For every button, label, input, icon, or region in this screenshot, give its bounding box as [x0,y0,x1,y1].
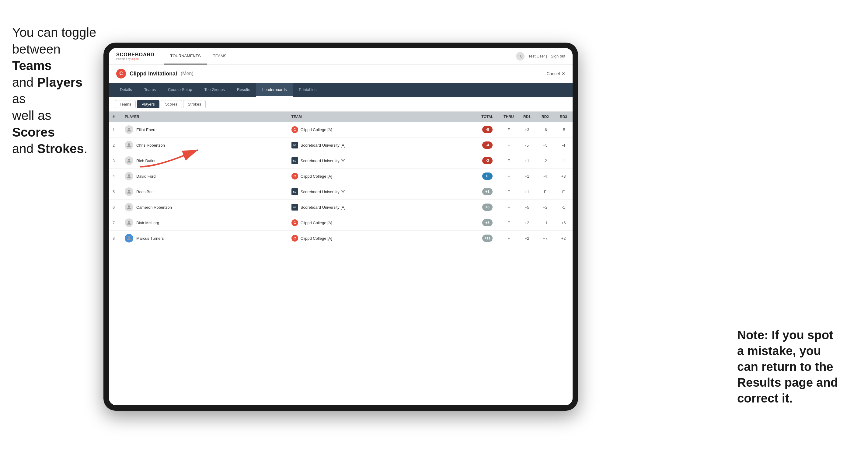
cell-rd1: +5 [518,199,536,215]
player-name: David Ford [136,174,156,179]
cell-rd3: -1 [554,153,572,168]
cell-rank: 6 [109,199,121,215]
cell-team: SBScoreboard University [A] [288,199,475,215]
cell-rd1: +1 [518,168,536,184]
nav-right: TU Test User | Sign out [516,52,565,61]
team-name: Clippd College [A] [301,236,332,241]
tournament-gender: (Men) [181,71,193,76]
sign-out-link[interactable]: Sign out [551,54,565,58]
cell-rank: 7 [109,215,121,230]
logo-sub: Powered by clippd [116,58,155,61]
cell-team: CClippd College [A] [288,122,475,137]
cell-rd1: +1 [518,184,536,199]
cell-team: CClippd College [A] [288,230,475,246]
sub-tab-players[interactable]: Players [137,100,159,108]
left-annotation: You can toggle between Teams and Players… [12,24,97,157]
top-nav: SCOREBOARD Powered by clippd TOURNAMENTS… [109,48,572,64]
svg-point-3 [128,159,130,161]
cell-rd2: +7 [536,230,554,246]
sub-tab-scores[interactable]: Scores [161,100,182,108]
cell-player: Cameron Robertson [121,199,288,215]
user-avatar: TU [516,52,525,61]
cell-thru: F [500,168,518,184]
svg-point-5 [128,190,130,192]
player-name: Marcus Turners [136,236,164,241]
team-name: Clippd College [A] [301,221,332,225]
annotation-arrow [137,143,204,170]
cell-rd3: E [554,184,572,199]
table-row: 7Blair McHargCClippd College [A]+8F+2+1+… [109,215,572,230]
svg-point-4 [128,174,130,176]
tab-teams[interactable]: Teams [138,83,162,97]
cell-rd3: +6 [554,215,572,230]
cell-rank: 3 [109,153,121,168]
cell-total: -8 [475,122,500,137]
team-name: Scoreboard University [A] [301,143,345,148]
cell-player: Rees Britt [121,184,288,199]
tab-details[interactable]: Details [114,83,138,97]
cell-rank: 2 [109,137,121,153]
cell-rd2: -4 [536,168,554,184]
cell-rd3: -1 [554,199,572,215]
cell-team: CClippd College [A] [288,168,475,184]
col-team: TEAM [288,112,475,122]
cell-rd1: +1 [518,153,536,168]
player-name: Elliot Ebert [136,127,155,132]
cancel-button[interactable]: Cancel ✕ [547,71,565,76]
col-rank: # [109,112,121,122]
sub-tab-teams[interactable]: Teams [115,100,136,108]
col-rd2: RD2 [536,112,554,122]
tablet-frame: SCOREBOARD Powered by clippd TOURNAMENTS… [103,42,578,411]
table-header-row: # PLAYER TEAM TOTAL THRU RD1 RD2 RD3 [109,112,572,122]
table-row: 1Elliot EbertCClippd College [A]-8F+3-6-… [109,122,572,137]
tab-printables[interactable]: Printables [293,83,322,97]
cell-rank: 4 [109,168,121,184]
player-name: Blair McHarg [136,221,159,225]
tab-course-setup[interactable]: Course Setup [162,83,198,97]
logo-text: SCOREBOARD [116,52,155,58]
tab-bar: Details Teams Course Setup Tee Groups Re… [109,83,572,97]
col-thru: THRU [500,112,518,122]
sub-tab-strokes[interactable]: Strokes [183,100,206,108]
cell-rd1: -5 [518,137,536,153]
tab-results[interactable]: Results [231,83,256,97]
svg-point-7 [128,221,130,223]
cell-rd1: +3 [518,122,536,137]
cell-total: +6 [475,199,500,215]
cell-rd2: +1 [536,215,554,230]
table-row: 6Cameron RobertsonSBScoreboard Universit… [109,199,572,215]
cell-thru: F [500,230,518,246]
col-rd3: RD3 [554,112,572,122]
cell-thru: F [500,137,518,153]
team-name: Scoreboard University [A] [301,205,345,210]
cell-rank: 5 [109,184,121,199]
cell-rd2: E [536,184,554,199]
svg-point-6 [128,205,130,207]
cell-total: +11 [475,230,500,246]
cell-thru: F [500,153,518,168]
svg-point-8 [128,237,130,238]
tab-tee-groups[interactable]: Tee Groups [198,83,231,97]
table-row: 8Marcus TurnersCClippd College [A]+11F+2… [109,230,572,246]
cell-rd1: +2 [518,215,536,230]
cell-rank: 1 [109,122,121,137]
cell-player: Marcus Turners [121,230,288,246]
cell-total: -4 [475,137,500,153]
cell-rank: 8 [109,230,121,246]
leaderboard-tbody: 1Elliot EbertCClippd College [A]-8F+3-6-… [109,122,572,246]
cell-team: SBScoreboard University [A] [288,137,475,153]
tab-leaderboards[interactable]: Leaderboards [256,83,293,97]
cell-rd2: +5 [536,137,554,153]
col-rd1: RD1 [518,112,536,122]
cell-thru: F [500,199,518,215]
nav-teams[interactable]: TEAMS [207,48,233,64]
cell-team: SBScoreboard University [A] [288,153,475,168]
cell-player: Blair McHarg [121,215,288,230]
team-name: Clippd College [A] [301,127,332,132]
nav-tournaments[interactable]: TOURNAMENTS [164,48,207,64]
svg-point-2 [128,143,130,145]
leaderboard-table: # PLAYER TEAM TOTAL THRU RD1 RD2 RD3 1El… [109,112,572,246]
nav-links: TOURNAMENTS TEAMS [164,48,516,64]
table-row: 4David FordCClippd College [A]EF+1-4+3 [109,168,572,184]
sub-tab-bar: Teams Players Scores Strokes [109,97,572,112]
